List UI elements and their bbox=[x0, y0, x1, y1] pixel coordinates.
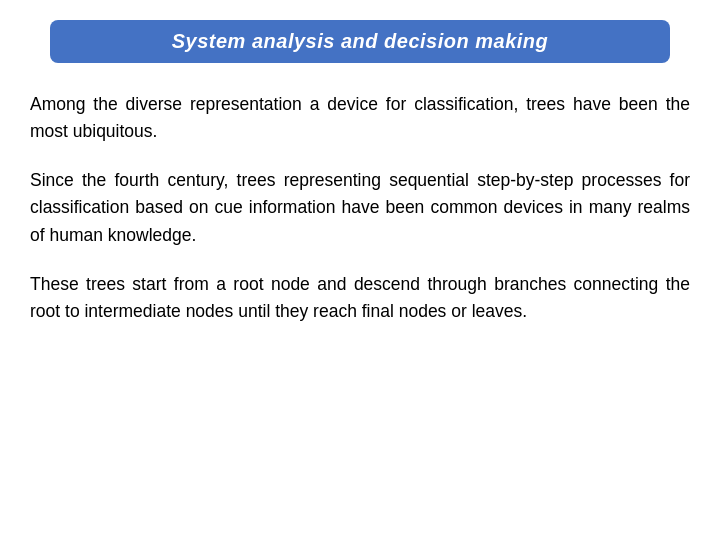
title-bar: System analysis and decision making bbox=[50, 20, 670, 63]
page-title: System analysis and decision making bbox=[172, 30, 549, 52]
paragraph-2: Since the fourth century, trees represen… bbox=[30, 167, 690, 248]
paragraph-3: These trees start from a root node and d… bbox=[30, 271, 690, 325]
main-content: Among the diverse representation a devic… bbox=[30, 91, 690, 325]
paragraph-1: Among the diverse representation a devic… bbox=[30, 91, 690, 145]
